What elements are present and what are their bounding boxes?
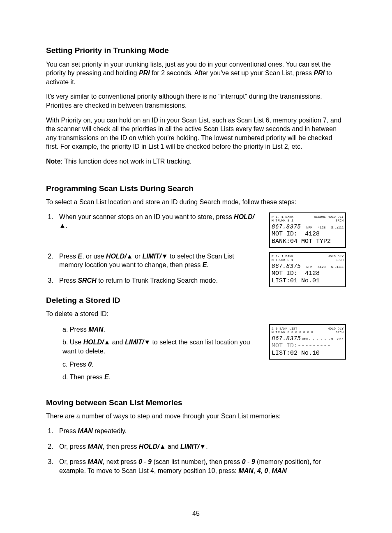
paragraph: It's very similar to conventional priori… bbox=[46, 92, 346, 110]
step-row-2: Press E, or use HOLD/▲ or LIMIT/▼ to sel… bbox=[46, 252, 346, 293]
step-3: Press SRCH to return to Trunk Tracking S… bbox=[55, 276, 257, 285]
text: When your scanner stops on an ID you wan… bbox=[59, 213, 234, 220]
text: , bbox=[254, 467, 257, 474]
signal-icon: S..ılll bbox=[331, 337, 344, 341]
lcd-frequency: 867.8375 bbox=[272, 335, 301, 342]
key-9: 9 bbox=[251, 458, 255, 465]
text: Or, press bbox=[59, 458, 88, 465]
key-0: 0 bbox=[138, 458, 142, 465]
lcd-line: MOT ID:--------- bbox=[272, 342, 344, 350]
move-step-2: Or, press MAN, then press HOLD/▲ and LIM… bbox=[55, 442, 346, 451]
heading-moving-between: Moving between Scan List Memories bbox=[46, 397, 346, 408]
key-man: MAN bbox=[238, 467, 253, 474]
text: - bbox=[246, 458, 251, 465]
key-man: MAN bbox=[88, 443, 102, 450]
text: . bbox=[206, 443, 208, 450]
key-9: 9 bbox=[148, 458, 152, 465]
text: b. Use bbox=[62, 339, 83, 346]
key-srch: SRCH bbox=[78, 277, 96, 284]
key-4: 4 bbox=[257, 467, 261, 474]
text: . bbox=[104, 326, 105, 333]
key-hold: HOLD/ bbox=[234, 213, 254, 220]
lcd-small-text: P 1- 1 BANK bbox=[272, 254, 293, 258]
lcd-small-text: SRCH bbox=[336, 258, 344, 262]
sub-steps: a. Press MAN. b. Use HOLD/▲ and LIMIT/▼ … bbox=[46, 325, 257, 382]
lcd-small-text: RESUME HOLD DLY bbox=[314, 215, 344, 219]
signal-icon: S..ılll bbox=[331, 265, 344, 269]
key-man: MAN bbox=[88, 458, 102, 465]
lcd-small-text: M TRUNK 8 1 bbox=[272, 258, 293, 262]
lcd-line: BANK:04 MOT TYP2 bbox=[272, 238, 344, 245]
lcd-small-text: HOLD DLY bbox=[328, 254, 344, 258]
key-e: E bbox=[104, 374, 109, 381]
key-limit: LIMIT/ bbox=[125, 339, 144, 346]
paragraph: To select a Scan List location and store… bbox=[46, 198, 346, 207]
sub-step-c: c. Press 0. bbox=[62, 360, 257, 369]
paragraph: You can set priority in your trunking li… bbox=[46, 60, 346, 87]
signal-icon: S..ılll bbox=[331, 226, 344, 230]
step-2: Press E, or use HOLD/▲ or LIMIT/▼ to sel… bbox=[55, 252, 257, 270]
lcd-small-text: 2-0 BANK LIST bbox=[272, 327, 313, 331]
text: and bbox=[110, 339, 125, 346]
paragraph: There are a number of ways to step and m… bbox=[46, 412, 346, 421]
key-pri: PRI bbox=[139, 69, 150, 76]
moving-steps: Press MAN repeatedly. Or, press MAN, the… bbox=[46, 427, 346, 475]
text: , or use bbox=[82, 253, 106, 260]
text: , next press bbox=[103, 458, 138, 465]
document-page: Setting Priority in Trunking Mode You ca… bbox=[0, 0, 392, 533]
lcd-mode: NFM bbox=[302, 337, 307, 341]
up-triangle-icon: ▲ bbox=[159, 443, 166, 450]
move-step-3: Or, press MAN, next press 0 - 9 (scan li… bbox=[55, 457, 346, 475]
note-paragraph: Note: This function does not work in LTR… bbox=[46, 157, 346, 166]
note-text: : This function does not work in LTR tra… bbox=[61, 158, 192, 165]
sub-step-b: b. Use HOLD/▲ and LIMIT/▼ to select the … bbox=[62, 338, 257, 355]
text: c. Press bbox=[62, 361, 88, 368]
heading-deleting-stored-id: Deleting a Stored ID bbox=[46, 295, 346, 306]
lcd-small-text: M TRUNK 8 1 bbox=[272, 219, 293, 223]
lcd-frequency: 867.8375 bbox=[272, 224, 301, 231]
up-triangle-icon: ▲ bbox=[127, 253, 133, 260]
key-hold: HOLD/ bbox=[83, 339, 104, 346]
text: . bbox=[92, 361, 93, 368]
key-man: MAN bbox=[78, 427, 92, 434]
text: Or, press bbox=[59, 443, 88, 450]
step-row-1: When your scanner stops on an ID you wan… bbox=[46, 212, 346, 248]
key-e: E bbox=[203, 261, 207, 268]
step-1: When your scanner stops on an ID you wan… bbox=[55, 212, 257, 230]
lcd-small-text: SRCH bbox=[336, 219, 344, 223]
key-man: MAN bbox=[88, 326, 103, 333]
text: , then press bbox=[103, 443, 139, 450]
key-man: MAN bbox=[272, 467, 286, 474]
lcd-number: - - - - - - bbox=[309, 337, 330, 341]
up-triangle-icon: ▲ bbox=[104, 339, 110, 346]
lcd-small-text: M TRUNK 8 8 8 8 8 8 8 bbox=[272, 330, 313, 335]
text: Press bbox=[59, 277, 78, 284]
lcd-line: LIST:02 No.10 bbox=[272, 350, 344, 357]
text: d. Then press bbox=[62, 374, 104, 381]
key-pri: PRI bbox=[314, 69, 325, 76]
delete-row: a. Press MAN. b. Use HOLD/▲ and LIMIT/▼ … bbox=[46, 324, 346, 386]
sub-step-a: a. Press MAN. bbox=[62, 325, 257, 334]
heading-setting-priority: Setting Priority in Trunking Mode bbox=[46, 45, 346, 56]
lcd-display-1: P 1- 1 BANK M TRUNK 8 1 RESUME HOLD DLY … bbox=[269, 212, 346, 248]
text: or bbox=[133, 253, 142, 260]
text: . bbox=[66, 222, 67, 229]
lcd-line: MOT ID: 4128 bbox=[272, 270, 344, 277]
key-hold: HOLD/ bbox=[139, 443, 159, 450]
lcd-mode: NFM bbox=[307, 226, 312, 230]
text: to return to Trunk Tracking Search mode. bbox=[97, 277, 218, 284]
text: . bbox=[207, 261, 208, 268]
note-label: Note bbox=[46, 158, 61, 165]
text: a. Press bbox=[62, 326, 88, 333]
text: . bbox=[109, 374, 111, 381]
paragraph: To delete a stored ID: bbox=[46, 309, 346, 318]
down-triangle-icon: ▼ bbox=[199, 443, 206, 450]
lcd-mode: NFM bbox=[307, 265, 312, 269]
text: for 2 seconds. After you've set up your … bbox=[150, 69, 314, 76]
lcd-small-text: SRCH bbox=[336, 330, 344, 335]
move-step-1: Press MAN repeatedly. bbox=[55, 427, 346, 436]
text: repeatedly. bbox=[93, 427, 127, 434]
text: , bbox=[268, 467, 272, 474]
page-number: 45 bbox=[0, 509, 392, 518]
sub-step-d: d. Then press E. bbox=[62, 373, 257, 382]
